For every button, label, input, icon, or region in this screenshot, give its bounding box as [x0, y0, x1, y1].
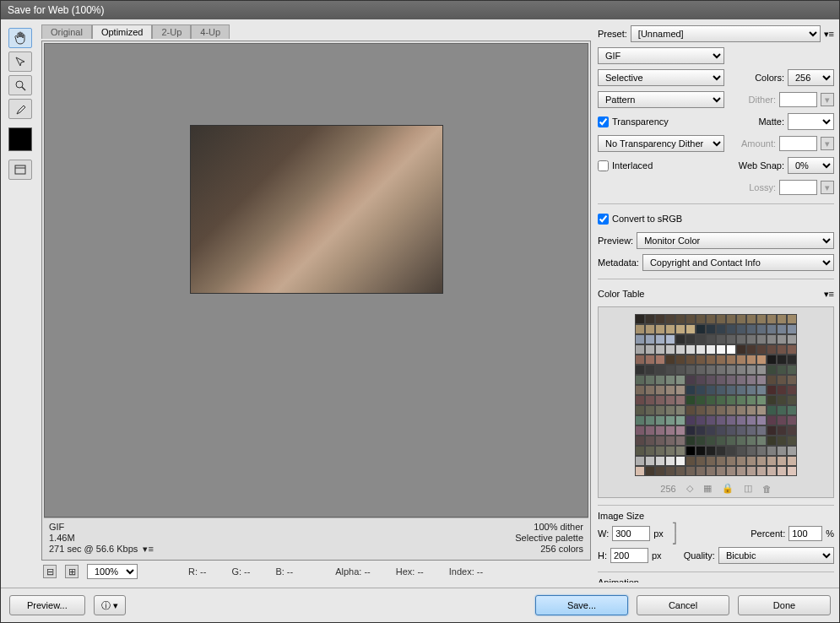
color-swatch[interactable]: [777, 344, 787, 355]
color-swatch[interactable]: [645, 446, 655, 456]
color-swatch[interactable]: [767, 344, 777, 355]
color-swatch[interactable]: [645, 466, 655, 476]
color-swatch[interactable]: [777, 466, 787, 476]
color-swatch[interactable]: [716, 456, 726, 466]
color-swatch[interactable]: [746, 466, 756, 476]
toggle-slices-button[interactable]: [8, 160, 32, 180]
color-swatch[interactable]: [675, 385, 686, 395]
color-swatch[interactable]: [767, 415, 777, 425]
color-swatch[interactable]: [675, 466, 686, 476]
color-swatch[interactable]: [706, 324, 716, 334]
color-swatch[interactable]: [686, 415, 696, 425]
color-swatch[interactable]: [767, 355, 777, 365]
color-swatch[interactable]: [655, 365, 665, 375]
color-swatch[interactable]: [767, 375, 777, 385]
color-swatch[interactable]: [655, 324, 665, 334]
color-swatch[interactable]: [726, 355, 736, 365]
reduction-select[interactable]: Selective: [598, 69, 724, 86]
color-swatch[interactable]: [716, 466, 726, 476]
color-swatch[interactable]: [675, 395, 686, 405]
color-swatch[interactable]: [706, 446, 716, 456]
color-swatch[interactable]: [635, 375, 645, 385]
transparency-checkbox[interactable]: [598, 116, 609, 127]
color-swatch[interactable]: [736, 415, 746, 425]
color-swatch[interactable]: [635, 456, 645, 466]
format-select[interactable]: GIF: [598, 47, 724, 64]
color-swatch[interactable]: [767, 365, 777, 375]
color-swatch[interactable]: [777, 314, 787, 324]
color-swatch[interactable]: [777, 324, 787, 334]
color-swatch[interactable]: [787, 446, 797, 456]
color-swatch[interactable]: [787, 456, 797, 466]
color-swatch[interactable]: [706, 334, 716, 344]
ct-icon-lock[interactable]: 🔒: [722, 483, 734, 494]
colors-select[interactable]: 256: [788, 69, 834, 86]
color-swatch[interactable]: [726, 385, 736, 395]
done-button[interactable]: Done: [738, 595, 831, 615]
color-swatch[interactable]: [787, 425, 797, 436]
color-swatch[interactable]: [767, 425, 777, 436]
color-swatch[interactable]: [706, 425, 716, 436]
color-swatch[interactable]: [675, 425, 686, 436]
color-swatch[interactable]: [777, 395, 787, 405]
color-swatch[interactable]: [635, 314, 645, 324]
color-swatch[interactable]: [655, 344, 665, 355]
color-swatch[interactable]: [777, 456, 787, 466]
color-swatch[interactable]: [716, 405, 726, 415]
zoom-in-button[interactable]: ⊞: [65, 565, 79, 578]
color-swatch[interactable]: [675, 355, 686, 365]
color-swatch[interactable]: [686, 314, 696, 324]
color-swatch[interactable]: [635, 385, 645, 395]
color-swatch[interactable]: [655, 446, 665, 456]
color-swatch[interactable]: [787, 334, 797, 344]
color-swatch[interactable]: [665, 425, 675, 436]
color-swatch[interactable]: [726, 415, 736, 425]
color-swatch[interactable]: [655, 466, 665, 476]
color-swatch[interactable]: [787, 466, 797, 476]
color-swatch[interactable]: [767, 456, 777, 466]
color-swatch[interactable]: [686, 436, 696, 446]
preview-button[interactable]: Preview...: [9, 595, 85, 615]
color-swatch[interactable]: [746, 456, 756, 466]
color-swatch[interactable]: [655, 395, 665, 405]
color-swatch[interactable]: [716, 355, 726, 365]
metadata-select[interactable]: Copyright and Contact Info: [642, 254, 834, 271]
color-swatch[interactable]: [635, 355, 645, 365]
color-swatch[interactable]: [635, 405, 645, 415]
color-swatch[interactable]: [736, 365, 746, 375]
color-swatch[interactable]: [635, 425, 645, 436]
ct-icon-shift[interactable]: ▦: [703, 483, 712, 494]
tab-2up[interactable]: 2-Up: [152, 24, 191, 39]
color-swatch[interactable]: [665, 355, 675, 365]
color-swatch[interactable]: [696, 385, 706, 395]
color-swatch[interactable]: [756, 344, 767, 355]
color-swatch[interactable]: [645, 405, 655, 415]
color-swatch[interactable]: [645, 365, 655, 375]
color-swatch[interactable]: [686, 395, 696, 405]
color-swatch[interactable]: [746, 355, 756, 365]
color-swatch[interactable]: [706, 415, 716, 425]
color-swatch[interactable]: [787, 324, 797, 334]
color-swatch[interactable]: [686, 375, 696, 385]
color-swatch[interactable]: [756, 405, 767, 415]
color-swatch[interactable]: [635, 324, 645, 334]
color-swatch[interactable]: [706, 466, 716, 476]
flyout-icon[interactable]: ▾≡: [143, 544, 153, 554]
color-swatch[interactable]: [686, 425, 696, 436]
color-swatch[interactable]: [645, 324, 655, 334]
color-swatch[interactable]: [635, 436, 645, 446]
zoom-out-button[interactable]: ⊟: [43, 565, 57, 578]
color-swatch[interactable]: [746, 405, 756, 415]
color-swatch[interactable]: [655, 355, 665, 365]
color-swatch[interactable]: [767, 324, 777, 334]
color-swatch[interactable]: [716, 415, 726, 425]
color-swatch[interactable]: [746, 314, 756, 324]
color-swatch[interactable]: [665, 395, 675, 405]
color-swatch[interactable]: [665, 446, 675, 456]
color-swatch[interactable]: [787, 395, 797, 405]
tab-4up[interactable]: 4-Up: [191, 24, 230, 39]
color-swatch[interactable]: [756, 415, 767, 425]
color-swatch[interactable]: [686, 446, 696, 456]
color-swatch[interactable]: [635, 365, 645, 375]
color-swatch[interactable]: [736, 446, 746, 456]
